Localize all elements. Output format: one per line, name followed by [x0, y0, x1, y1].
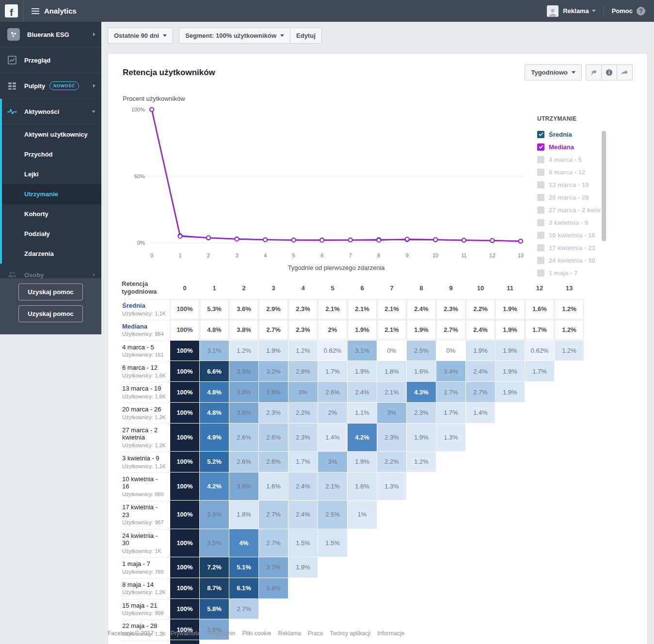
retention-cell: 4.9% [200, 424, 229, 451]
footer-link-reklama[interactable]: Reklama [278, 630, 301, 637]
footer-link-regulamin[interactable]: Regulamin [207, 630, 235, 637]
retention-cell: 3.6% [259, 382, 288, 402]
table-row: 29 maja - 1 czerwcaUżytkownicy: 704100% [122, 640, 633, 644]
legend-item-1-maja-7[interactable]: 1 maja - 7 [537, 267, 615, 279]
row-user-count: Użytkownicy: 1,6K [122, 373, 166, 379]
legend-scrollbar[interactable] [602, 131, 606, 241]
checkbox-icon[interactable] [537, 269, 544, 277]
checkbox-icon[interactable] [537, 143, 544, 151]
week-column-header: 4 [288, 284, 318, 292]
page-title: Retencja użytkowników [123, 68, 215, 78]
svg-text:5: 5 [292, 252, 295, 258]
retention-cell: 1.2% [555, 341, 584, 361]
retention-cell: 1.9% [348, 361, 377, 381]
retention-cell: 1.7% [318, 361, 347, 381]
footer-link-praca[interactable]: Praca [308, 630, 323, 637]
footer-link-pliki-cookie[interactable]: Pliki cookie [242, 630, 271, 637]
retention-cell: 100% [170, 452, 199, 472]
segment-button[interactable]: Segment: 100% użytkowników [179, 28, 290, 44]
sidebar-subitem-lejki[interactable]: Lejki [2, 164, 101, 184]
help-link[interactable]: Pomoc [612, 7, 633, 15]
svg-text:6: 6 [320, 252, 323, 258]
sidebar-item-overview[interactable]: Przegląd [0, 47, 101, 73]
sidebar-item-activity[interactable]: Aktywności [2, 99, 101, 125]
retention-chart: Procent użytkowników 100%50%0%0123456789… [108, 80, 647, 277]
checkbox-icon[interactable] [537, 131, 544, 138]
retention-cell: 3.2% [259, 361, 288, 381]
help-question-icon[interactable]: ? [637, 7, 645, 16]
sidebar-subitem-utrzymanie[interactable]: Utrzymanie [2, 184, 101, 204]
retention-cell: 2.5% [318, 501, 347, 528]
granularity-button[interactable]: Tygodniowo [525, 64, 582, 80]
row-user-count: Użytkownicy: 884 [122, 331, 166, 337]
sidebar-subitem-zdarzenia[interactable]: Zdarzenia [2, 244, 101, 264]
table-row: 24 kwietnia - 30Użytkownicy: 1K100%3.5%4… [122, 529, 633, 557]
legend-item-label: 4 marca - 5 [549, 156, 582, 163]
sidebar-subitem-przych-d[interactable]: Przychód [2, 144, 101, 164]
retention-cell: 2.7% [436, 382, 465, 402]
edit-segment-button[interactable]: Edytuj [290, 28, 322, 44]
retention-cell: 1.6% [525, 299, 554, 319]
checkbox-icon[interactable] [537, 206, 544, 214]
retention-card: Retencja użytkowników Tygodniowo [108, 53, 648, 644]
checkbox-icon[interactable] [537, 194, 544, 201]
sidebar-item-dashboards[interactable]: Pulpity NOWOŚĆ [0, 73, 101, 99]
row-user-count: Użytkownicy: 1,1K [122, 311, 166, 317]
retention-cell: 1.3% [377, 472, 406, 500]
granularity-label: Tygodniowo [531, 69, 568, 76]
retention-cell: 6.1% [229, 578, 258, 598]
facebook-logo-icon[interactable]: f [5, 4, 18, 17]
retention-cell: 2.6% [259, 424, 288, 451]
retention-cell: 2.4% [348, 382, 377, 402]
retention-cell: 5.8% [200, 599, 229, 619]
checkbox-icon[interactable] [537, 257, 544, 264]
retention-cell: 2.1% [377, 320, 406, 340]
svg-text:12: 12 [489, 252, 495, 258]
retention-cell: 2.7% [466, 382, 495, 402]
row-label[interactable]: Średnia [122, 302, 166, 310]
retention-cell: 2% [318, 403, 347, 423]
get-help-button[interactable]: Uzyskaj pomoc [18, 283, 83, 300]
user-menu[interactable]: Reklama [563, 7, 589, 15]
hamburger-menu-icon[interactable] [32, 8, 39, 14]
footer: Facebook © 2017 | PrywatnośćRegulaminPli… [108, 630, 404, 637]
footer-link-informacje[interactable]: Informacje [377, 630, 404, 637]
checkbox-icon[interactable] [537, 232, 544, 239]
sidebar-subitem-kohorty[interactable]: Kohorty [2, 204, 101, 224]
footer-link-prywatno-[interactable]: Prywatność [171, 630, 201, 637]
sidebar-subitem-podzia-y[interactable]: Podziały [2, 224, 101, 244]
pin-button[interactable] [586, 64, 602, 80]
row-label[interactable]: Mediana [122, 323, 166, 330]
avatar[interactable] [547, 5, 558, 17]
info-button[interactable] [601, 64, 617, 80]
get-help-button[interactable]: Uzyskaj pomoc [18, 305, 83, 322]
retention-cell: 7.2% [200, 557, 229, 578]
row-user-count: Użytkownicy: 1,2K [122, 414, 166, 421]
footer-link-tw-rcy-aplikacji[interactable]: Twórcy aplikacji [330, 630, 370, 637]
legend-item-24-kwietnia-30[interactable]: 24 kwietnia - 30 [537, 254, 615, 267]
week-column-header: 11 [495, 284, 525, 292]
sidebar: Bluerank ESG Przegląd Pulpity NOWOŚĆ Akt… [0, 22, 101, 334]
share-button[interactable] [617, 64, 633, 80]
chevron-down-icon [92, 110, 96, 113]
week-column-header: 7 [377, 284, 406, 292]
checkbox-icon[interactable] [537, 244, 544, 251]
retention-cell: 2.3% [288, 299, 318, 319]
sidebar-item-workspace[interactable]: Bluerank ESG [0, 22, 101, 47]
legend-item-17-kwietnia-23[interactable]: 17 kwietnia - 23 [537, 241, 615, 254]
checkbox-icon[interactable] [537, 156, 544, 163]
retention-cell: 3.6% [229, 403, 258, 423]
legend-item-label: 3 kwietnia - 9 [549, 219, 588, 226]
retention-cell: 1.4% [466, 403, 495, 423]
week-column-header: 5 [318, 284, 347, 292]
checkbox-icon[interactable] [537, 169, 544, 176]
sidebar-subitem-aktywni-u-ytkownicy[interactable]: Aktywni użytkownicy [2, 125, 101, 144]
row-user-count: Użytkownicy: 789 [122, 569, 166, 575]
row-label: 1 maja - 7 [122, 560, 166, 568]
checkbox-icon[interactable] [537, 219, 544, 226]
row-label-cell: 24 kwietnia - 30Użytkownicy: 1K [122, 529, 170, 557]
retention-cell: 1.7% [525, 361, 554, 381]
checkbox-icon[interactable] [537, 181, 544, 188]
retention-cell: 2.5% [407, 341, 436, 361]
date-range-button[interactable]: Ostatnie 90 dni [108, 28, 173, 44]
